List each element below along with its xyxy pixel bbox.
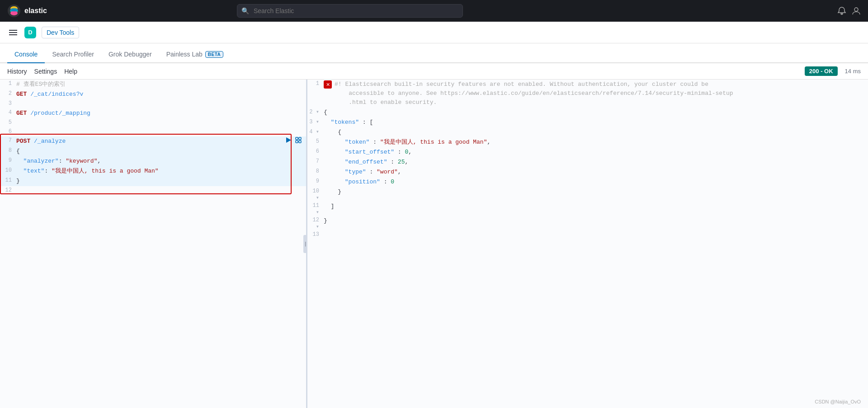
line-number: 9 xyxy=(307,178,324,184)
run-button[interactable] xyxy=(284,137,292,145)
response-line-4: 4 ▾ { xyxy=(307,127,868,137)
run-icon xyxy=(285,137,292,143)
svg-rect-8 xyxy=(299,137,301,140)
line-actions xyxy=(284,137,306,145)
editor-line-5: 5 xyxy=(0,118,306,127)
editor-line-9: 9 "analyzer": "keyword", xyxy=(0,156,306,166)
tab-search-profiler[interactable]: Search Profiler xyxy=(45,46,101,63)
hamburger-line xyxy=(9,34,17,35)
elastic-logo[interactable]: elastic xyxy=(7,4,47,18)
hamburger-line xyxy=(9,30,17,31)
user-icon xyxy=(852,6,861,15)
user-icon-button[interactable] xyxy=(852,6,861,15)
line-number: 11 ▾ xyxy=(307,202,324,216)
settings-button[interactable]: Settings xyxy=(34,66,57,77)
editor-line-10: 10 "text": "我是中国人, this is a good Man" xyxy=(0,166,306,176)
panel-resize-handle[interactable]: ‖ xyxy=(303,235,307,253)
copy-curl-icon xyxy=(295,137,302,143)
line-number: 4 ▾ xyxy=(307,128,324,135)
response-time: 14 ms xyxy=(845,68,861,75)
line-number: 12 ▾ xyxy=(307,216,324,230)
response-line-1: 1 ✕ #! Elasticsearch built-in security f… xyxy=(307,80,868,108)
right-response-panel: 1 ✕ #! Elasticsearch built-in security f… xyxy=(307,80,868,408)
tab-console[interactable]: Console xyxy=(7,46,45,63)
line-content: "type" : "word", xyxy=(324,168,868,177)
line-content: POST /_analyze xyxy=(16,137,284,146)
global-search-bar[interactable]: 🔍 xyxy=(237,4,463,18)
editor-line-4: 4 GET /product/_mapping xyxy=(0,108,306,118)
line-number: 4 xyxy=(0,109,16,116)
line-number: 1 xyxy=(0,80,16,87)
elastic-logo-icon xyxy=(7,4,21,18)
left-editor-panel[interactable]: 1 # 查看ES中的索引 2 GET /_cat/indices?v 3 4 G… xyxy=(0,80,307,408)
line-content: ] xyxy=(324,202,868,211)
line-number: 3 xyxy=(0,100,16,107)
response-line-2: 2 ▾ { xyxy=(307,108,868,117)
help-button[interactable]: Help xyxy=(64,66,77,77)
line-number: 5 xyxy=(307,138,324,145)
tab-search-profiler-label: Search Profiler xyxy=(52,51,94,58)
line-number: 11 xyxy=(0,177,16,183)
line-content: "analyzer": "keyword", xyxy=(16,157,306,166)
line-content: } xyxy=(324,216,868,225)
tab-grok-debugger-label: Grok Debugger xyxy=(108,51,152,58)
line-number: 6 xyxy=(0,128,16,135)
response-line-9: 9 "position" : 0 xyxy=(307,177,868,187)
response-line-5: 5 "token" : "我是中国人, this is a good Man", xyxy=(307,137,868,147)
response-line-7: 7 "end_offset" : 25, xyxy=(307,157,868,167)
app-name-button[interactable]: Dev Tools xyxy=(42,27,79,38)
line-number: 2 xyxy=(0,90,16,97)
line-content: # 查看ES中的索引 xyxy=(16,80,306,89)
line-number: 8 xyxy=(0,147,16,154)
line-number: 2 ▾ xyxy=(307,108,324,115)
editor-line-6: 6 xyxy=(0,127,306,136)
copy-curl-button[interactable] xyxy=(294,137,302,145)
response-line-10: 10 ▾ } xyxy=(307,187,868,202)
response-line-13: 13 xyxy=(307,230,868,239)
svg-point-4 xyxy=(10,8,18,12)
tab-console-label: Console xyxy=(14,51,38,58)
editor-line-3: 3 xyxy=(0,99,306,108)
editor-line-7: 7 POST /_analyze xyxy=(0,136,306,146)
close-response-button[interactable]: ✕ xyxy=(324,80,332,89)
editor-line-11: 11 } xyxy=(0,176,306,186)
line-content: { xyxy=(324,128,868,137)
tab-painless-lab[interactable]: Painless Lab BETA xyxy=(159,46,231,63)
line-content: } xyxy=(16,177,306,186)
line-number: 10 xyxy=(0,167,16,174)
line-number: 13 xyxy=(307,231,324,238)
tab-grok-debugger[interactable]: Grok Debugger xyxy=(101,46,159,63)
status-badge: 200 - OK xyxy=(805,66,838,76)
line-content: "position" : 0 xyxy=(324,178,868,187)
history-button[interactable]: History xyxy=(7,66,27,77)
secondary-navigation: D Dev Tools xyxy=(0,22,868,43)
line-content: GET /_cat/indices?v xyxy=(16,90,306,99)
search-icon: 🔍 xyxy=(241,7,249,14)
app-badge: D xyxy=(24,27,36,38)
watermark: CSDN @Naijia_OvO xyxy=(815,399,861,404)
svg-point-5 xyxy=(854,8,858,11)
editor-line-12: 12 xyxy=(0,186,306,195)
elastic-brand-text: elastic xyxy=(24,7,47,15)
response-line-6: 6 "start_offset" : 0, xyxy=(307,147,868,157)
svg-rect-7 xyxy=(296,137,298,140)
svg-rect-10 xyxy=(299,141,301,143)
line-content: "text": "我是中国人, this is a good Man" xyxy=(16,167,306,176)
editor-line-8: 8 { xyxy=(0,146,306,156)
line-content: GET /product/_mapping xyxy=(16,109,306,118)
line-content: } xyxy=(324,188,868,197)
svg-marker-6 xyxy=(286,137,291,143)
search-input[interactable] xyxy=(237,4,463,18)
line-number: 1 xyxy=(307,80,324,87)
line-number: 6 xyxy=(307,148,324,155)
top-navigation: elastic 🔍 xyxy=(0,0,868,22)
hamburger-menu-button[interactable] xyxy=(7,28,19,37)
svg-rect-9 xyxy=(296,141,298,143)
alerts-icon-button[interactable] xyxy=(837,6,846,15)
toolbar: History Settings Help 200 - OK 14 ms xyxy=(0,63,868,80)
beta-badge: BETA xyxy=(205,51,223,58)
response-line-11: 11 ▾ ] xyxy=(307,202,868,216)
line-number: 9 xyxy=(0,157,16,164)
line-number: 5 xyxy=(0,119,16,126)
response-line-12: 12 ▾ } xyxy=(307,216,868,230)
